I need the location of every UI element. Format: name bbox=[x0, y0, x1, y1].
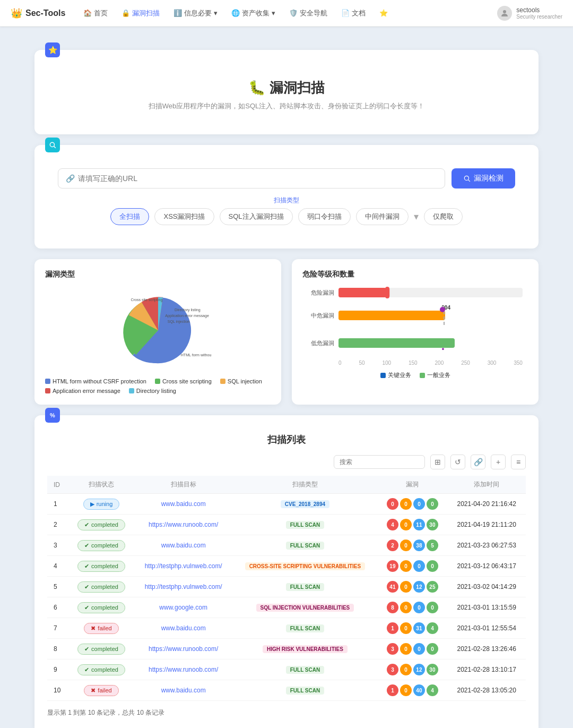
table-header-row: ID 扫描状态 扫描目标 扫描类型 漏洞 添加时间 bbox=[47, 476, 526, 494]
table-row[interactable]: 7✖failedwww.baidu.comFULL SCAN103142021-… bbox=[47, 618, 526, 639]
globe-icon: 🌐 bbox=[231, 9, 240, 17]
cell-vuln: 10404 bbox=[377, 680, 447, 701]
status-icon: ✔ bbox=[84, 604, 89, 611]
target-link[interactable]: www.baidu.com bbox=[161, 624, 206, 632]
nav-item-info[interactable]: ℹ️ 信息必要 ▾ bbox=[168, 6, 223, 20]
brand[interactable]: 👑 Sec-Tools bbox=[11, 7, 65, 19]
status-icon: ✖ bbox=[91, 687, 96, 694]
risk-chart-card: 危险等级和数量 危险漏洞 中危漏洞 bbox=[292, 259, 539, 405]
cell-time: 2021-04-20 21:16:42 bbox=[447, 494, 526, 515]
legend-dot-xss bbox=[155, 379, 160, 384]
home-icon: 🏠 bbox=[83, 9, 92, 17]
url-input-row: 🔗 漏洞检测 bbox=[58, 168, 515, 189]
link-button[interactable]: 🔗 bbox=[471, 455, 485, 469]
link-icon: 🔗 bbox=[474, 458, 483, 466]
scan-type-weak[interactable]: 弱口令扫描 bbox=[298, 208, 351, 225]
cell-time: 2021-04-19 21:11:20 bbox=[447, 515, 526, 535]
cell-target: https://www.runoob.com/ bbox=[134, 515, 232, 535]
table-row[interactable]: 2✔completedhttps://www.runoob.com/FULL S… bbox=[47, 515, 526, 535]
svg-point-1 bbox=[50, 142, 54, 147]
status-badge: ✔completed bbox=[77, 644, 125, 655]
url-input[interactable] bbox=[78, 174, 437, 183]
axis-0: 0 bbox=[338, 360, 342, 366]
vuln-dot: 3 bbox=[387, 664, 398, 675]
cell-time: 2021-02-28 13:26:46 bbox=[447, 639, 526, 660]
target-link[interactable]: https://www.runoob.com/ bbox=[149, 645, 218, 653]
target-link[interactable]: http://testphp.vulnweb.com/ bbox=[145, 583, 222, 590]
cell-id: 2 bbox=[47, 515, 68, 535]
col-time: 添加时间 bbox=[447, 476, 526, 494]
settings-button[interactable]: ≡ bbox=[511, 455, 526, 469]
scan-type-middleware[interactable]: 中间件漏洞 bbox=[356, 208, 409, 225]
nav-item-star[interactable]: ⭐ bbox=[374, 7, 393, 19]
target-link[interactable]: www.baidu.com bbox=[161, 687, 206, 694]
target-link[interactable]: www.baidu.com bbox=[161, 542, 206, 549]
cell-status: ✔completed bbox=[68, 597, 134, 618]
table-row[interactable]: 5✔completedhttp://testphp.vulnweb.com/FU… bbox=[47, 577, 526, 597]
table-row[interactable]: 8✔completedhttps://www.runoob.com/HIGH R… bbox=[47, 639, 526, 660]
table-row[interactable]: 6✔completedwww.google.comSQL INJECTION V… bbox=[47, 597, 526, 618]
vuln-dot: 0 bbox=[427, 602, 438, 613]
table-row[interactable]: 1▶runingwww.baidu.comCVE_2018_2894000020… bbox=[47, 494, 526, 515]
scan-button[interactable]: 漏洞检测 bbox=[452, 168, 515, 189]
scan-list-card: % 扫描列表 ⊞ ↺ 🔗 + ≡ bbox=[34, 415, 539, 728]
col-target: 扫描目标 bbox=[134, 476, 232, 494]
legend-label-general: 一般业务 bbox=[427, 371, 450, 379]
target-link[interactable]: https://www.runoob.com/ bbox=[149, 521, 218, 528]
status-icon: ✔ bbox=[84, 584, 89, 590]
table-row[interactable]: 10✖failedwww.baidu.comFULL SCAN104042021… bbox=[47, 680, 526, 701]
cell-status: ✔completed bbox=[68, 515, 134, 535]
target-link[interactable]: https://www.runoob.com/ bbox=[149, 666, 218, 673]
scan-type-crawl[interactable]: 仅爬取 bbox=[424, 208, 463, 225]
nav-item-security[interactable]: 🛡️ 安全导航 bbox=[284, 6, 333, 20]
scan-type-sql[interactable]: SQL注入漏洞扫描 bbox=[220, 208, 293, 225]
svg-text:SQL injection: SQL injection bbox=[167, 320, 189, 324]
grid-view-button[interactable]: ⊞ bbox=[430, 455, 445, 469]
refresh-button[interactable]: ↺ bbox=[450, 455, 465, 469]
cell-target: http://testphp.vulnweb.com/ bbox=[134, 577, 232, 597]
list-search-input[interactable] bbox=[334, 455, 425, 469]
target-link[interactable]: www.google.com bbox=[159, 604, 207, 611]
scan-type-full[interactable]: 全扫描 bbox=[110, 208, 149, 225]
nav-item-docs[interactable]: 📄 文档 bbox=[336, 6, 371, 20]
avatar bbox=[497, 6, 512, 21]
scan-button-label: 漏洞检测 bbox=[474, 174, 503, 183]
vuln-dot: 0 bbox=[400, 602, 412, 613]
vuln-dot: 40 bbox=[413, 684, 425, 696]
status-icon: ✔ bbox=[84, 666, 89, 673]
cell-id: 7 bbox=[47, 618, 68, 639]
target-link[interactable]: http://testphp.vulnweb.com/ bbox=[145, 562, 222, 570]
table-row[interactable]: 3✔completedwww.baidu.comFULL SCAN2038520… bbox=[47, 535, 526, 556]
charts-row: 漏洞类型 bbox=[34, 259, 539, 405]
axis-300: 300 bbox=[488, 360, 497, 366]
vuln-dot: 0 bbox=[387, 498, 398, 510]
axis-200: 200 bbox=[435, 360, 444, 366]
nav-item-home[interactable]: 🏠 首页 bbox=[78, 6, 113, 20]
brand-crown-icon: 👑 bbox=[11, 7, 22, 19]
legend-general: 一般业务 bbox=[420, 371, 450, 379]
cell-target: www.google.com bbox=[134, 597, 232, 618]
info-icon: ℹ️ bbox=[173, 9, 182, 17]
target-link[interactable]: www.baidu.com bbox=[161, 500, 206, 508]
bar-label-medium: 中危漏洞 bbox=[308, 312, 334, 320]
scan-type-xss[interactable]: XSS漏洞扫描 bbox=[154, 208, 214, 225]
user-info: sectools Security researcher bbox=[516, 6, 562, 20]
svg-text:Directory listing: Directory listing bbox=[175, 308, 201, 312]
vuln-dot: 31 bbox=[413, 622, 425, 634]
table-row[interactable]: 4✔completedhttp://testphp.vulnweb.com/CR… bbox=[47, 556, 526, 577]
nav-item-assets[interactable]: 🌐 资产收集 ▾ bbox=[226, 6, 281, 20]
cell-type: HIGH RISK VULNERABILITIES bbox=[232, 639, 377, 660]
cell-type: CROSS-SITE SCRIPTING VULNERABILITIES bbox=[232, 556, 377, 577]
legend-html: HTML form without CSRF protection bbox=[45, 378, 146, 384]
cell-time: 2021-03-02 04:14:29 bbox=[447, 577, 526, 597]
vuln-dot: 0 bbox=[400, 684, 412, 696]
legend-label-app: Application error message bbox=[53, 388, 120, 394]
table-row[interactable]: 9✔completedhttps://www.runoob.com/FULL S… bbox=[47, 660, 526, 680]
add-button[interactable]: + bbox=[491, 455, 506, 469]
cell-target: www.baidu.com bbox=[134, 535, 232, 556]
cell-vuln: 8000 bbox=[377, 597, 447, 618]
nav-item-scan[interactable]: 🔒 漏洞扫描 bbox=[116, 6, 165, 20]
axis-50: 50 bbox=[359, 360, 364, 366]
scan-type-dropdown[interactable]: ▾ bbox=[414, 211, 419, 222]
axis-350: 350 bbox=[514, 360, 523, 366]
